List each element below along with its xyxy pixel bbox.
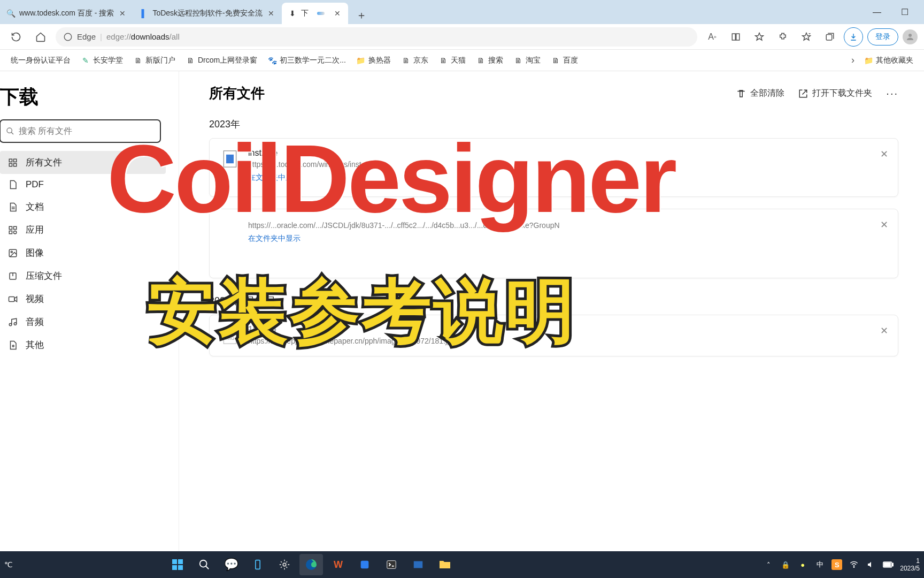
chevron-right-icon[interactable]: › — [851, 55, 854, 66]
open-folder-button[interactable]: 打开下载文件夹 — [798, 88, 872, 99]
collections-icon[interactable] — [797, 27, 816, 47]
start-button[interactable] — [166, 554, 189, 575]
bookmark-item[interactable]: 🗎淘宝 — [510, 54, 545, 67]
taskbar-terminal[interactable] — [380, 554, 403, 575]
downloads-icon[interactable] — [844, 27, 863, 47]
bookmark-item[interactable]: 🗎搜索 — [472, 54, 507, 67]
tab-title: ToDesk远程控制软件-免费安全流 — [152, 9, 262, 18]
image-icon — [7, 248, 18, 258]
svg-line-7 — [11, 132, 13, 134]
bookmark-item[interactable]: 📁换热器 — [352, 54, 395, 67]
address-bar: Edge | edge://downloads/all A» 登录 — [0, 24, 924, 50]
taskbar-center: 💬 W — [166, 554, 457, 575]
svg-rect-1 — [732, 34, 735, 40]
maximize-button[interactable]: ☐ — [896, 4, 913, 21]
taskbar-app[interactable] — [406, 554, 430, 575]
favorite-icon[interactable] — [750, 27, 769, 47]
taskbar-wechat[interactable]: 💬 — [219, 554, 243, 575]
split-icon[interactable] — [726, 27, 745, 47]
svg-rect-9 — [14, 159, 17, 162]
minimize-button[interactable]: — — [868, 4, 886, 21]
svg-point-5 — [908, 34, 912, 37]
tab-progress — [317, 12, 325, 15]
bookmark-item[interactable]: 🐾初三数学一元二次... — [264, 54, 350, 67]
svg-rect-41 — [414, 561, 423, 568]
bookmarks-bar: 统一身份认证平台 ✎长安学堂 🗎新版门户 🗎Drcom上网登录窗 🐾初三数学一元… — [0, 50, 924, 71]
folder-icon: 📁 — [357, 56, 365, 65]
taskbar-search[interactable] — [192, 554, 216, 575]
svg-point-34 — [200, 560, 207, 567]
bookmark-item[interactable]: 统一身份认证平台 — [6, 54, 75, 67]
svg-point-25 — [12, 345, 14, 347]
svg-rect-32 — [172, 565, 177, 570]
weather-widget[interactable]: ℃ — [4, 560, 13, 569]
ime-brand-icon[interactable]: S — [831, 559, 842, 570]
search-icon — [6, 127, 14, 135]
close-icon[interactable]: ✕ — [333, 9, 342, 18]
bookmark-item[interactable]: 🗎京东 — [397, 54, 433, 67]
text-size-icon[interactable]: A» — [703, 27, 722, 47]
taskbar-phone[interactable] — [246, 554, 270, 575]
tab-title: 下载 — [301, 9, 309, 18]
tray-app-icon[interactable]: ● — [797, 559, 808, 570]
close-icon[interactable]: ✕ — [118, 9, 127, 18]
clock[interactable]: 1 2023/5 — [900, 557, 920, 573]
bookmark-item[interactable]: ✎长安学堂 — [77, 54, 127, 67]
browser-tab[interactable]: ▌ ToDesk远程控制软件-免费安全流 ✕ — [133, 3, 281, 24]
battery-icon[interactable] — [883, 559, 894, 570]
bookmark-item[interactable]: 🗎新版门户 — [129, 54, 180, 67]
taskbar-settings[interactable] — [273, 554, 296, 575]
bookmark-item[interactable]: 🗎百度 — [547, 54, 582, 67]
svg-rect-15 — [14, 226, 17, 229]
trash-icon — [736, 89, 746, 98]
svg-point-6 — [7, 128, 12, 133]
svg-rect-14 — [9, 226, 12, 229]
svg-point-19 — [11, 251, 12, 253]
bookmark-item[interactable]: 🗎Drcom上网登录窗 — [182, 54, 261, 67]
doc-icon — [7, 202, 18, 212]
login-button[interactable]: 登录 — [867, 28, 898, 45]
avatar[interactable] — [903, 29, 918, 44]
taskbar-edge[interactable] — [299, 554, 323, 575]
taskbar-explorer[interactable] — [433, 554, 457, 575]
file-icon: 🗎 — [514, 56, 522, 65]
header-actions: 全部清除 打开下载文件夹 ··· — [736, 87, 898, 100]
edge-logo-icon — [63, 32, 73, 42]
svg-rect-11 — [14, 163, 17, 166]
ime-icon[interactable]: 中 — [814, 559, 825, 570]
remove-download-button[interactable]: ✕ — [880, 219, 888, 231]
browser-tab[interactable]: 🔍 www.todesk.com 百度 - 搜索 ✕ — [0, 3, 133, 24]
sidebar-item-images[interactable]: 图像 — [0, 241, 179, 264]
content-header: 所有文件 全部清除 打开下载文件夹 ··· — [209, 84, 898, 103]
remove-download-button[interactable]: ✕ — [880, 148, 888, 160]
other-bookmarks[interactable]: 📁其他收藏夹 — [860, 54, 918, 67]
svg-point-17 — [14, 231, 17, 233]
svg-rect-39 — [361, 561, 369, 569]
url-field[interactable]: Edge | edge://downloads/all — [56, 27, 697, 47]
remove-download-button[interactable]: ✕ — [880, 325, 888, 337]
browser-tab-active[interactable]: ⬇ 下载 ✕ — [282, 3, 348, 24]
svg-rect-4 — [826, 34, 832, 40]
tabs-icon[interactable] — [820, 27, 840, 47]
url-text: edge://downloads/all — [106, 32, 180, 41]
bookmark-item[interactable]: 🗎天猫 — [435, 54, 470, 67]
refresh-button[interactable] — [6, 27, 26, 47]
svg-point-24 — [14, 322, 17, 325]
new-tab-button[interactable]: ＋ — [352, 6, 371, 24]
taskbar-todesk[interactable] — [353, 554, 376, 575]
close-icon[interactable]: ✕ — [267, 9, 275, 18]
taskbar-wps[interactable]: W — [326, 554, 350, 575]
show-in-folder-link[interactable]: 在文件夹中显示 — [248, 234, 886, 244]
more-button[interactable]: ··· — [886, 87, 898, 100]
tray-app-icon[interactable]: 🔒 — [780, 559, 791, 570]
window-controls: — ☐ — [868, 0, 924, 24]
extensions-icon[interactable] — [773, 27, 792, 47]
zip-icon — [7, 271, 18, 282]
chevron-up-icon[interactable]: ˄ — [763, 559, 774, 570]
wifi-icon[interactable] — [849, 559, 859, 570]
volume-icon[interactable] — [866, 559, 876, 570]
home-button[interactable] — [31, 27, 50, 47]
svg-line-35 — [206, 566, 209, 569]
file-icon: 🗎 — [402, 56, 410, 65]
clear-all-button[interactable]: 全部清除 — [736, 88, 784, 99]
